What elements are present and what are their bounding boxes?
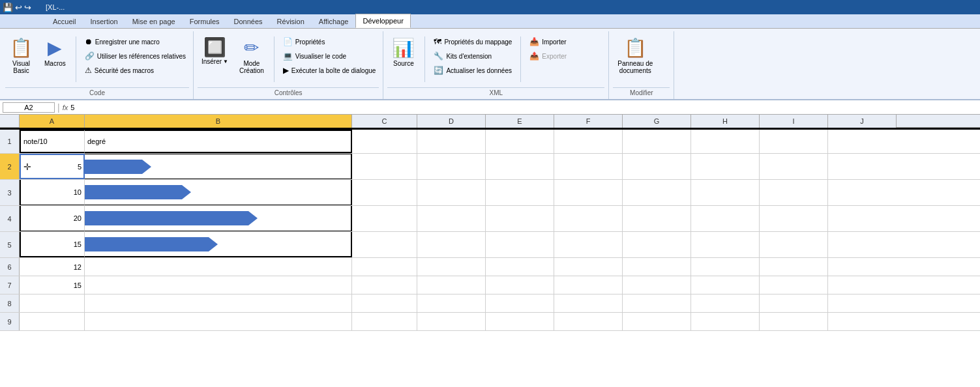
cell-reference-box[interactable] [3,102,55,113]
row-header-3[interactable]: 3 [0,180,20,205]
cell-d8[interactable] [417,294,486,312]
cell-i9[interactable] [760,313,828,330]
cell-f9[interactable] [554,313,623,330]
cell-e6[interactable] [486,258,554,276]
visualiser-code-button[interactable]: 💻 Visualiser le code [280,50,379,63]
cell-i1[interactable] [760,130,828,153]
formula-input[interactable] [70,104,977,111]
cell-d7[interactable] [417,276,486,294]
cell-a4[interactable]: 20 [20,206,85,231]
redo-qa-icon[interactable]: ↪ [24,3,31,12]
cell-c4[interactable] [352,206,417,231]
cell-g6[interactable] [623,258,691,276]
references-relatives-button[interactable]: 🔗 Utiliser les références relatives [82,50,189,63]
cell-b5[interactable] [85,232,352,257]
cell-a2[interactable]: ✛ 5 [20,154,85,179]
cell-i6[interactable] [760,258,828,276]
col-header-b[interactable]: B [85,115,352,128]
cell-g7[interactable] [623,276,691,294]
actualiser-donnees-button[interactable]: 🔄 Actualiser les données [430,64,515,77]
cell-e3[interactable] [486,180,554,205]
row-header-1[interactable]: 1 [0,130,20,153]
cell-h6[interactable] [691,258,760,276]
cell-f7[interactable] [554,276,623,294]
cell-d3[interactable] [417,180,486,205]
cell-h1[interactable] [691,130,760,153]
cell-b8[interactable] [85,294,352,312]
cell-g1[interactable] [623,130,691,153]
row-header-7[interactable]: 7 [0,276,20,294]
cell-f5[interactable] [554,232,623,257]
cell-c5[interactable] [352,232,417,257]
executer-boite-button[interactable]: ▶ Exécuter la boîte de dialogue [280,64,379,77]
cell-g2[interactable] [623,154,691,179]
undo-qa-icon[interactable]: ↩ [15,3,22,12]
corner-cell[interactable] [0,115,20,127]
cell-a8[interactable] [20,294,85,312]
cell-c1[interactable] [352,130,417,153]
tab-revision[interactable]: Révision [270,14,312,28]
cell-a1[interactable]: note/10 [20,130,85,153]
cell-g8[interactable] [623,294,691,312]
row-header-5[interactable]: 5 [0,232,20,257]
cell-e7[interactable] [486,276,554,294]
visual-basic-button[interactable]: 📋 Visual Basic [5,34,37,78]
row-header-2[interactable]: 2 [0,154,20,179]
row-header-4[interactable]: 4 [0,206,20,231]
cell-b6[interactable] [85,258,352,276]
macros-button[interactable]: ▶ Macros [40,34,70,70]
cell-g9[interactable] [623,313,691,330]
tab-affichage[interactable]: Affichage [312,14,356,28]
tab-mise-en-page[interactable]: Mise en page [125,14,183,28]
cell-b3[interactable] [85,180,352,205]
cell-f4[interactable] [554,206,623,231]
cell-c3[interactable] [352,180,417,205]
cell-c2[interactable] [352,154,417,179]
tab-formules[interactable]: Formules [183,14,227,28]
col-header-f[interactable]: F [554,115,623,128]
row-header-8[interactable]: 8 [0,294,20,312]
proprietes-button[interactable]: 📄 Propriétés [280,35,379,48]
cell-b1[interactable]: degré [85,130,352,153]
tab-insertion[interactable]: Insertion [83,14,125,28]
cell-g5[interactable] [623,232,691,257]
cell-i5[interactable] [760,232,828,257]
cell-a6[interactable]: 12 [20,258,85,276]
cell-f3[interactable] [554,180,623,205]
cell-e8[interactable] [486,294,554,312]
col-header-e[interactable]: E [486,115,554,128]
cell-g3[interactable] [623,180,691,205]
col-header-h[interactable]: H [691,115,760,128]
cell-h9[interactable] [691,313,760,330]
col-header-i[interactable]: I [760,115,828,128]
proprietes-mappage-button[interactable]: 🗺 Propriétés du mappage [430,35,515,48]
cell-d1[interactable] [417,130,486,153]
cell-b4[interactable] [85,206,352,231]
panneau-documents-button[interactable]: 📋 Panneau de documents [613,34,657,78]
cell-c9[interactable] [352,313,417,330]
tab-developpeur[interactable]: Développeur [355,14,410,28]
cell-h3[interactable] [691,180,760,205]
cell-i4[interactable] [760,206,828,231]
col-header-a[interactable]: A [20,115,85,128]
cell-d4[interactable] [417,206,486,231]
cell-i8[interactable] [760,294,828,312]
kits-extension-button[interactable]: 🔧 Kits d'extension [430,50,515,63]
cell-e4[interactable] [486,206,554,231]
col-header-d[interactable]: D [417,115,486,128]
source-button[interactable]: 📊 Source [387,34,419,70]
cell-e1[interactable] [486,130,554,153]
col-header-g[interactable]: G [623,115,691,128]
cell-b9[interactable] [85,313,352,330]
cell-h7[interactable] [691,276,760,294]
cell-i3[interactable] [760,180,828,205]
cell-h8[interactable] [691,294,760,312]
save-qa-icon[interactable]: 💾 [3,3,13,12]
row-header-6[interactable]: 6 [0,258,20,276]
col-header-j[interactable]: J [828,115,897,128]
cell-d5[interactable] [417,232,486,257]
cell-g4[interactable] [623,206,691,231]
tab-donnees[interactable]: Données [227,14,270,28]
securite-macros-button[interactable]: ⚠ Sécurité des macros [82,64,189,77]
cell-i2[interactable] [760,154,828,179]
